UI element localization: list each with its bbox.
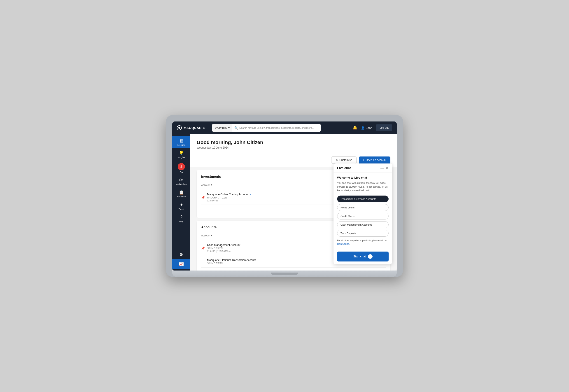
- accounts-account-col[interactable]: Account ▾: [201, 234, 212, 237]
- chat-body: Welcome to Live chat You can chat with u…: [333, 173, 392, 249]
- nav-right: 🔔 👤 John Log out: [352, 125, 392, 131]
- logo: MACQUARIE: [177, 125, 205, 130]
- logout-button[interactable]: Log out: [376, 125, 392, 131]
- chat-close-button[interactable]: ✕: [386, 166, 389, 170]
- chat-header: Live chat — ✕: [333, 164, 392, 173]
- logo-text: MACQUARIE: [184, 126, 205, 130]
- chat-welcome: Welcome to Live chat: [337, 176, 389, 179]
- user-icon: 👤: [361, 126, 365, 130]
- chat-header-icons: — ✕: [380, 166, 389, 170]
- settings-icon: ⚙: [180, 252, 183, 257]
- pin-icon: 📌: [201, 247, 205, 250]
- investments-account-col[interactable]: Account ▾: [201, 183, 212, 186]
- chat-toggle-dot: [368, 254, 373, 259]
- research-icon: 📋: [179, 190, 184, 195]
- pay-icon: $: [178, 163, 185, 170]
- sidebar-item-accounts[interactable]: ▦ Accounts: [172, 136, 190, 148]
- sidebar-bottom: ⚙ 📈: [172, 250, 190, 269]
- open-account-button[interactable]: + Open an account: [359, 156, 390, 164]
- chat-option-home-loans[interactable]: Home Loans: [337, 204, 389, 211]
- search-placeholder: Search for tags using #, transactions, a…: [239, 126, 314, 129]
- search-input-area[interactable]: 🔍 Search for tags using #, transactions,…: [232, 126, 321, 130]
- sidebar-item-help[interactable]: ? Help: [172, 212, 190, 225]
- chat-option-term-deposits[interactable]: Term Deposits: [337, 230, 389, 237]
- analytics-icon: 📈: [179, 262, 184, 266]
- greeting: Good morning, John Citizen: [197, 140, 390, 145]
- marketplace-icon: 🛍: [179, 178, 183, 182]
- search-filter-dropdown[interactable]: Everything ▾: [212, 124, 232, 132]
- insights-icon: 💡: [179, 151, 184, 155]
- chat-minimize-button[interactable]: —: [380, 166, 384, 170]
- sort-icon: ▾: [211, 183, 212, 186]
- accounts-icon: ▦: [180, 138, 183, 143]
- user-name: John: [366, 126, 372, 130]
- chat-description: You can chat with us from Monday to Frid…: [337, 181, 389, 192]
- chevron-down-icon: ▾: [228, 126, 230, 129]
- sidebar-item-insights[interactable]: 💡 Insights: [172, 148, 190, 161]
- sidebar-item-analytics[interactable]: 📈: [172, 259, 190, 269]
- chat-option-credit-cards[interactable]: Credit Cards: [337, 213, 389, 220]
- search-icon: 🔍: [234, 126, 238, 130]
- sidebar-item-settings[interactable]: ⚙: [172, 250, 190, 259]
- page-header: Good morning, John Citizen Wednesday, 19…: [190, 134, 397, 153]
- external-link-icon[interactable]: ↗: [250, 193, 251, 196]
- logo-icon: [177, 125, 182, 130]
- sidebar-item-travel[interactable]: ✈ Travel: [172, 200, 190, 212]
- travel-icon: ✈: [180, 202, 183, 207]
- chat-help-text: For all other enquiries or products, ple…: [337, 239, 389, 246]
- live-chat-panel: Live chat — ✕ Welcome to Live chat You c…: [333, 164, 392, 264]
- plus-icon: +: [363, 158, 364, 162]
- user-menu[interactable]: 👤 John: [361, 126, 372, 130]
- customise-button[interactable]: ⚙ Customise: [331, 156, 357, 164]
- notifications-icon[interactable]: 🔔: [352, 125, 357, 130]
- sidebar: ▦ Accounts 💡 Insights $ Pay 🛍 Marketplac…: [172, 134, 190, 270]
- sidebar-item-research[interactable]: 📋 Research: [172, 188, 190, 200]
- search-bar[interactable]: Everything ▾ 🔍 Search for tags using #, …: [212, 124, 321, 132]
- sidebar-item-marketplace[interactable]: 🛍 Marketplace: [172, 175, 190, 188]
- sidebar-item-pay[interactable]: $ Pay: [172, 161, 190, 175]
- content-area: Good morning, John Citizen Wednesday, 19…: [190, 134, 397, 270]
- start-chat-button[interactable]: Start chat: [337, 252, 389, 262]
- chat-title: Live chat: [337, 166, 351, 170]
- chat-option-transaction-savings[interactable]: Transaction & Savings Accounts: [337, 196, 389, 202]
- gear-icon: ⚙: [335, 158, 338, 162]
- help-centre-link[interactable]: Help Centre.: [337, 243, 350, 245]
- sort-icon: ▾: [211, 234, 212, 237]
- pin-icon: 📌: [201, 196, 205, 199]
- chat-option-cash-management[interactable]: Cash Management Accounts: [337, 221, 389, 228]
- top-nav: MACQUARIE Everything ▾ 🔍 Search for tags…: [172, 122, 397, 134]
- help-icon: ?: [180, 215, 182, 220]
- copy-icon[interactable]: ⧉: [229, 250, 231, 253]
- date: Wednesday, 19 June 2024: [197, 146, 390, 149]
